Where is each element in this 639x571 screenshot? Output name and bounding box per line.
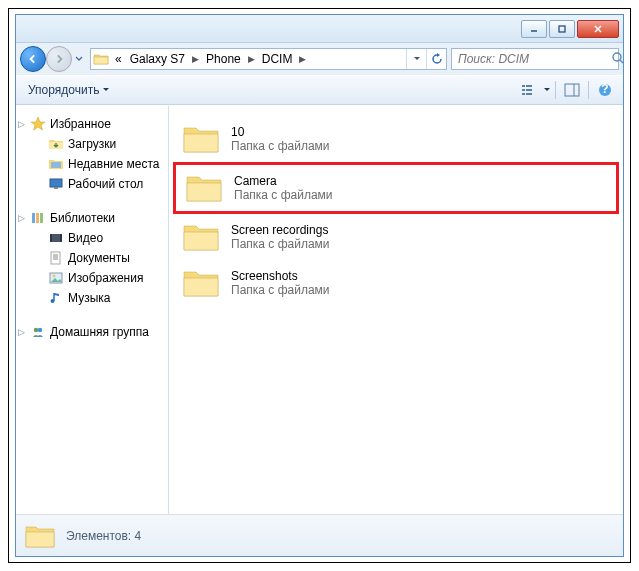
sidebar-item-music[interactable]: Музыка bbox=[16, 288, 168, 308]
svg-rect-23 bbox=[50, 234, 52, 242]
collapse-icon: ▷ bbox=[18, 119, 25, 129]
sidebar-homegroup-header[interactable]: ▷ Домашняя группа bbox=[16, 322, 168, 342]
search-icon bbox=[611, 51, 625, 68]
svg-point-32 bbox=[34, 328, 38, 332]
breadcrumb-galaxy-s7[interactable]: Galaxy S7 bbox=[126, 49, 189, 69]
folder-item[interactable]: ScreenshotsПапка с файлами bbox=[173, 260, 619, 306]
separator bbox=[555, 81, 556, 99]
separator bbox=[588, 81, 589, 99]
nav-row: « Galaxy S7 ▶ Phone ▶ DCIM ▶ bbox=[16, 43, 623, 75]
desktop-icon bbox=[48, 176, 64, 192]
chevron-down-icon[interactable] bbox=[543, 87, 551, 93]
music-icon bbox=[48, 290, 64, 306]
svg-line-5 bbox=[620, 60, 623, 63]
svg-rect-16 bbox=[51, 162, 61, 168]
sidebar-item-documents[interactable]: Документы bbox=[16, 248, 168, 268]
maximize-button[interactable] bbox=[549, 20, 575, 38]
folder-item[interactable]: CameraПапка с файлами bbox=[173, 162, 619, 214]
breadcrumb-dcim[interactable]: DCIM bbox=[258, 49, 297, 69]
sidebar-favorites-header[interactable]: ▷ Избранное bbox=[16, 114, 168, 134]
minimize-button[interactable] bbox=[521, 20, 547, 38]
folder-name: Camera bbox=[234, 174, 333, 188]
close-button[interactable] bbox=[577, 20, 619, 38]
sidebar-item-label: Музыка bbox=[68, 291, 110, 305]
breadcrumb-overflow[interactable]: « bbox=[111, 49, 126, 69]
svg-point-30 bbox=[53, 275, 56, 278]
svg-rect-6 bbox=[522, 85, 525, 87]
folder-icon bbox=[24, 522, 56, 550]
details-pane: Элементов: 4 bbox=[16, 514, 623, 556]
sidebar-favorites-label: Избранное bbox=[50, 117, 111, 131]
svg-rect-11 bbox=[526, 93, 532, 95]
sidebar-item-label: Изображения bbox=[68, 271, 143, 285]
collapse-icon: ▷ bbox=[18, 213, 25, 223]
folder-type: Папка с файлами bbox=[231, 139, 330, 153]
svg-rect-21 bbox=[40, 213, 43, 223]
libraries-icon bbox=[30, 210, 46, 226]
sidebar-item-downloads[interactable]: Загрузки bbox=[16, 134, 168, 154]
sidebar-item-label: Видео bbox=[68, 231, 103, 245]
nav-history-dropdown[interactable] bbox=[72, 49, 86, 69]
forward-button[interactable] bbox=[46, 46, 72, 72]
folder-name: Screen recordings bbox=[231, 223, 330, 237]
svg-point-4 bbox=[613, 53, 621, 61]
folder-icon bbox=[181, 220, 221, 254]
sidebar-item-recent[interactable]: Недавние места bbox=[16, 154, 168, 174]
folder-type: Папка с файлами bbox=[231, 283, 330, 297]
chevron-right-icon[interactable]: ▶ bbox=[296, 54, 309, 64]
svg-rect-8 bbox=[522, 89, 525, 91]
toolbar: Упорядочить ? bbox=[16, 75, 623, 105]
organize-label: Упорядочить bbox=[28, 83, 99, 97]
svg-point-33 bbox=[38, 328, 42, 332]
sidebar-item-videos[interactable]: Видео bbox=[16, 228, 168, 248]
address-bar[interactable]: « Galaxy S7 ▶ Phone ▶ DCIM ▶ bbox=[90, 48, 447, 70]
sidebar-item-label: Рабочий стол bbox=[68, 177, 143, 191]
view-options-button[interactable] bbox=[517, 79, 541, 101]
sidebar-item-pictures[interactable]: Изображения bbox=[16, 268, 168, 288]
star-icon bbox=[30, 116, 46, 132]
svg-rect-1 bbox=[559, 26, 565, 32]
preview-pane-button[interactable] bbox=[560, 79, 584, 101]
refresh-button[interactable] bbox=[426, 49, 446, 69]
items-view[interactable]: 10Папка с файламиCameraПапка с файламиSc… bbox=[169, 106, 623, 514]
folder-type: Папка с файлами bbox=[231, 237, 330, 251]
sidebar-item-label: Недавние места bbox=[68, 157, 159, 171]
address-dropdown-button[interactable] bbox=[406, 49, 426, 69]
svg-rect-10 bbox=[522, 93, 525, 95]
document-icon bbox=[48, 250, 64, 266]
navigation-pane: ▷ Избранное Загрузки Недавние места Ра bbox=[16, 106, 169, 514]
svg-rect-24 bbox=[60, 234, 62, 242]
svg-rect-9 bbox=[526, 89, 532, 91]
svg-rect-20 bbox=[36, 213, 39, 223]
organize-menu[interactable]: Упорядочить bbox=[22, 80, 116, 100]
recent-icon bbox=[48, 156, 64, 172]
sidebar-libraries-label: Библиотеки bbox=[50, 211, 115, 225]
breadcrumb-phone[interactable]: Phone bbox=[202, 49, 245, 69]
folder-icon bbox=[181, 122, 221, 156]
svg-text:?: ? bbox=[601, 83, 608, 96]
sidebar-item-label: Документы bbox=[68, 251, 130, 265]
explorer-window: « Galaxy S7 ▶ Phone ▶ DCIM ▶ bbox=[15, 14, 624, 557]
folder-icon bbox=[48, 136, 64, 152]
folder-type: Папка с файлами bbox=[234, 188, 333, 202]
folder-icon bbox=[181, 266, 221, 300]
collapse-icon: ▷ bbox=[18, 327, 25, 337]
folder-name: Screenshots bbox=[231, 269, 330, 283]
sidebar-libraries-header[interactable]: ▷ Библиотеки bbox=[16, 208, 168, 228]
search-box[interactable] bbox=[451, 48, 619, 70]
back-button[interactable] bbox=[20, 46, 46, 72]
homegroup-icon bbox=[30, 324, 46, 340]
help-button[interactable]: ? bbox=[593, 79, 617, 101]
search-input[interactable] bbox=[456, 51, 611, 67]
chevron-right-icon[interactable]: ▶ bbox=[189, 54, 202, 64]
svg-rect-7 bbox=[526, 85, 532, 87]
folder-item[interactable]: 10Папка с файлами bbox=[173, 116, 619, 162]
svg-rect-12 bbox=[565, 84, 579, 96]
sidebar-item-label: Загрузки bbox=[68, 137, 116, 151]
chevron-right-icon[interactable]: ▶ bbox=[245, 54, 258, 64]
folder-item[interactable]: Screen recordingsПапка с файлами bbox=[173, 214, 619, 260]
sidebar-homegroup-label: Домашняя группа bbox=[50, 325, 149, 339]
titlebar bbox=[16, 15, 623, 43]
sidebar-item-desktop[interactable]: Рабочий стол bbox=[16, 174, 168, 194]
svg-rect-18 bbox=[54, 187, 58, 189]
